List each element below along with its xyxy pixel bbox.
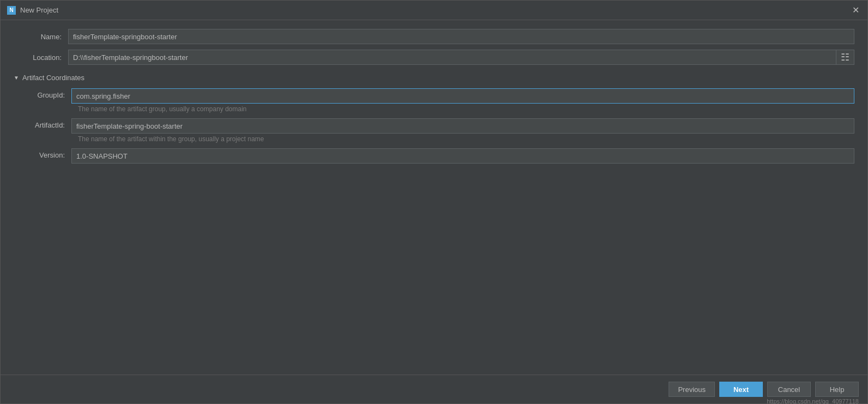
title-bar-left: N New Project xyxy=(7,6,58,15)
window-icon: N xyxy=(7,6,16,15)
cancel-button[interactable]: Cancel xyxy=(767,382,811,397)
groupid-label: GroupId: xyxy=(22,88,71,99)
browse-button[interactable]: ☷ xyxy=(836,50,854,65)
groupid-hint: The name of the artifact group, usually … xyxy=(22,105,854,113)
artifact-section-header: ▼ Artifact Coordinates xyxy=(14,74,854,82)
next-button[interactable]: Next xyxy=(719,382,763,397)
version-input[interactable] xyxy=(71,148,854,164)
footer-url: https://blog.csdn.net/qq_40977118 xyxy=(767,398,859,404)
artifactid-input[interactable] xyxy=(71,118,854,134)
version-row: Version: xyxy=(22,148,854,164)
previous-button[interactable]: Previous xyxy=(669,382,715,397)
collapse-triangle-icon: ▼ xyxy=(14,75,19,81)
dialog-content: Name: Location: ☷ ▼ Artifact Coordinates… xyxy=(1,20,867,375)
artifactid-row: ArtifactId: xyxy=(22,118,854,134)
new-project-dialog: N New Project ✕ Name: Location: ☷ ▼ Arti… xyxy=(0,0,868,404)
groupid-input-wrap xyxy=(71,88,854,104)
groupid-input[interactable] xyxy=(71,88,854,104)
artifact-section-title: Artifact Coordinates xyxy=(22,74,84,82)
dialog-footer: Previous Next Cancel Help https://blog.c… xyxy=(1,375,867,403)
window-title: New Project xyxy=(20,6,58,14)
location-input[interactable] xyxy=(68,50,836,65)
name-input[interactable] xyxy=(68,29,854,44)
artifactid-input-wrap xyxy=(71,118,854,134)
title-bar: N New Project ✕ xyxy=(1,1,867,20)
version-label: Version: xyxy=(22,148,71,159)
groupid-row: GroupId: xyxy=(22,88,854,104)
artifactid-hint: The name of the artifact within the grou… xyxy=(22,135,854,143)
artifactid-label: ArtifactId: xyxy=(22,118,71,129)
close-button[interactable]: ✕ xyxy=(850,5,861,16)
name-row: Name: xyxy=(14,29,854,44)
help-button[interactable]: Help xyxy=(815,382,859,397)
name-label: Name: xyxy=(14,33,68,41)
version-input-wrap xyxy=(71,148,854,164)
location-row: Location: ☷ xyxy=(14,50,854,65)
artifact-section-content: GroupId: The name of the artifact group,… xyxy=(14,88,854,164)
location-input-group: ☷ xyxy=(68,50,854,65)
location-label: Location: xyxy=(14,53,68,62)
